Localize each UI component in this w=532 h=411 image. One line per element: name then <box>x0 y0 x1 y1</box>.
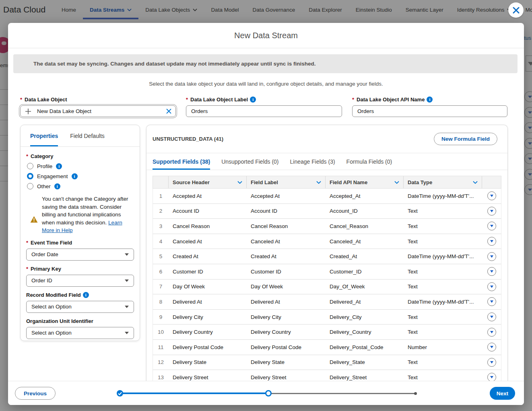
dlo-api-label: Data Lake Object API Name <box>357 97 425 103</box>
required-asterisk <box>352 97 355 103</box>
column-source-header[interactable]: Source Header <box>169 176 247 188</box>
radio-row-other: Other i <box>27 183 134 189</box>
row-action-button[interactable] <box>487 282 496 291</box>
row-action-button[interactable] <box>487 373 496 381</box>
tab-formula-fields[interactable]: Formula Fields (0) <box>346 153 392 170</box>
wizard-footer: Previous Next <box>8 381 524 405</box>
row-action-button[interactable] <box>487 312 496 321</box>
add-icon <box>25 108 31 115</box>
radio-profile-label: Profile <box>37 163 52 169</box>
sort-chevron-icon[interactable] <box>473 181 478 184</box>
cell-data-type: Text <box>404 314 482 320</box>
tab-unsupported-fields[interactable]: Unsupported Fields (0) <box>221 153 278 170</box>
org-unit-identifier-select[interactable]: Select an Option <box>26 327 134 339</box>
row-action-button[interactable] <box>487 267 496 276</box>
info-icon[interactable]: i <box>54 183 60 189</box>
cell-row-number: 7 <box>153 284 169 290</box>
clear-selection-button[interactable] <box>166 109 171 114</box>
data-lake-object-combobox[interactable]: New Data Lake Object <box>20 105 176 117</box>
cell-source-header: Account ID <box>169 208 247 214</box>
dlo-label-input[interactable]: Orders <box>186 105 342 117</box>
chevron-down-icon <box>490 361 493 364</box>
row-action-button[interactable] <box>487 222 496 230</box>
cell-field-label: Canceled At <box>247 238 326 245</box>
tab-supported-fields[interactable]: Supported Fields (38) <box>153 153 210 170</box>
record-modified-field-select[interactable]: Select an Option <box>26 301 134 313</box>
cell-row-number: 2 <box>153 208 169 214</box>
previous-button[interactable]: Previous <box>15 387 56 400</box>
cell-source-header: Delivery Country <box>169 329 247 335</box>
info-icon[interactable]: i <box>56 163 62 169</box>
row-action-button[interactable] <box>487 358 496 367</box>
cell-source-header: Customer ID <box>169 269 247 275</box>
sort-chevron-icon[interactable] <box>316 181 321 184</box>
cell-row-number: 9 <box>153 314 169 320</box>
row-action-button[interactable] <box>487 297 496 306</box>
column-field-api-name[interactable]: Field API Name <box>326 176 404 188</box>
next-button[interactable]: Next <box>490 387 515 400</box>
clear-icon <box>166 109 171 114</box>
sort-chevron-icon[interactable] <box>394 181 399 184</box>
cell-field-api-name: Delivered_At <box>326 299 404 305</box>
cell-field-api-name: Created_At <box>326 253 404 259</box>
info-icon[interactable]: i <box>83 292 89 298</box>
chevron-down-icon <box>490 210 493 212</box>
cell-row-number: 10 <box>153 329 169 335</box>
info-icon[interactable]: i <box>427 97 433 103</box>
info-icon[interactable]: i <box>72 173 78 179</box>
progress-line-todo <box>268 393 416 394</box>
progress-line-done <box>120 393 268 394</box>
properties-tabs: Properties Field Defaults <box>21 125 140 147</box>
row-action-button[interactable] <box>487 191 496 200</box>
chevron-down-icon <box>490 331 493 333</box>
record-modified-field-label: Record Modified Field <box>26 292 81 298</box>
modal-title: New Data Stream <box>234 31 298 40</box>
table-row: 4Canceled AtCanceled AtCanceled_AtText <box>153 234 501 249</box>
row-action-button[interactable] <box>487 237 496 246</box>
chevron-down-icon <box>490 270 493 273</box>
primary-key-select[interactable]: Order ID <box>26 275 134 287</box>
cell-field-label: Customer ID <box>247 269 326 275</box>
column-row-number <box>153 176 169 188</box>
column-field-label[interactable]: Field Label <box>247 176 326 188</box>
row-action-cell <box>482 373 501 381</box>
row-action-cell <box>482 252 501 261</box>
row-action-button[interactable] <box>487 252 496 261</box>
tab-lineage-fields[interactable]: Lineage Fields (3) <box>290 153 335 170</box>
table-row: 5Created AtCreated AtCreated_AtDateTime … <box>153 249 501 264</box>
row-action-button[interactable] <box>487 343 496 351</box>
cell-row-number: 5 <box>153 253 169 259</box>
chevron-down-icon <box>490 240 493 242</box>
cell-field-label: Delivery Postal Code <box>247 344 326 350</box>
chevron-down-icon <box>490 376 493 378</box>
sort-chevron-icon[interactable] <box>237 181 242 184</box>
tab-properties[interactable]: Properties <box>30 125 58 146</box>
radio-profile[interactable] <box>27 163 33 169</box>
modal-close-button[interactable] <box>508 2 524 18</box>
column-data-type[interactable]: Data Type <box>404 176 482 188</box>
object-heading: UNSTRUCTURED_DATA (41) <box>153 136 223 142</box>
primary-key-label: Primary Key <box>31 266 61 272</box>
row-action-cell <box>482 207 501 216</box>
cell-row-number: 11 <box>153 344 169 350</box>
event-time-field-select[interactable]: Order Date <box>26 249 134 261</box>
cell-row-number: 8 <box>153 299 169 305</box>
info-icon[interactable]: i <box>250 97 256 103</box>
step-complete <box>117 390 123 397</box>
dlo-api-name-input[interactable]: Orders <box>352 105 507 117</box>
row-action-button[interactable] <box>487 328 496 337</box>
chevron-down-icon <box>125 279 129 282</box>
cell-source-header: Canceled At <box>169 238 247 245</box>
row-action-button[interactable] <box>487 207 496 216</box>
table-row: 12Delivery StateDelivery StateDelivery_S… <box>153 355 501 370</box>
close-icon <box>513 7 520 14</box>
tab-field-defaults[interactable]: Field Defaults <box>70 125 105 146</box>
radio-engagement[interactable] <box>27 173 33 179</box>
radio-other[interactable] <box>27 183 33 189</box>
table-body: 1Accepted AtAccepted AtAccepted_AtDateTi… <box>153 189 501 381</box>
new-formula-field-button[interactable]: New Formula Field <box>434 133 497 145</box>
warning-icon <box>30 216 38 223</box>
required-asterisk <box>186 97 188 103</box>
cell-data-type: Text <box>404 238 482 245</box>
radio-row-profile: Profile i <box>27 163 134 169</box>
